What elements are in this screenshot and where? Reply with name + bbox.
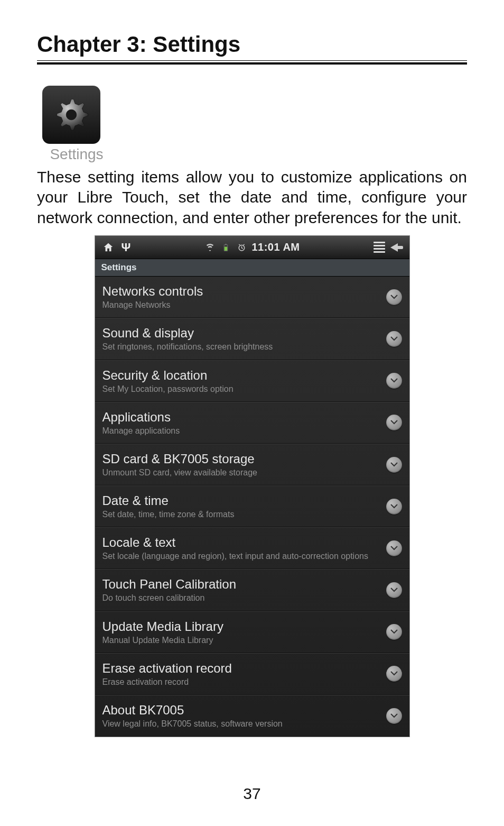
divider-thick [37, 62, 467, 65]
list-item-applications[interactable]: Applications Manage applications [95, 402, 409, 444]
list-item-date-time[interactable]: Date & time Set date, time, time zone & … [95, 485, 409, 527]
list-item-erase-activation[interactable]: Erase activation record Erase activation… [95, 653, 409, 695]
settings-app-icon-block: Settings [37, 86, 116, 163]
gear-icon [53, 96, 90, 133]
item-title: SD card & BK7005 storage [102, 452, 381, 466]
chevron-down-icon [386, 666, 402, 682]
screen-header: Settings [95, 259, 409, 277]
item-subtitle: Do touch screen calibration [102, 593, 381, 603]
item-subtitle: Set date, time, time zone & formats [102, 509, 381, 519]
item-subtitle: Unmount SD card, view available storage [102, 467, 381, 478]
chevron-down-icon [386, 708, 402, 724]
item-title: Security & location [102, 368, 381, 383]
chevron-down-icon [386, 624, 402, 640]
item-title: Networks controls [102, 284, 381, 299]
list-item-touch-calibration[interactable]: Touch Panel Calibration Do touch screen … [95, 569, 409, 611]
page-number: 37 [37, 785, 467, 803]
list-item-sound-display[interactable]: Sound & display Set ringtones, notificat… [95, 318, 409, 360]
list-item-security-location[interactable]: Security & location Set My Location, pas… [95, 360, 409, 402]
divider-thin [37, 60, 467, 61]
chapter-title: Chapter 3: Settings [37, 32, 467, 57]
item-title: Locale & text [102, 535, 381, 550]
wifi-icon [204, 242, 216, 253]
item-title: Date & time [102, 493, 381, 508]
item-title: Touch Panel Calibration [102, 577, 381, 592]
chevron-down-icon [386, 331, 402, 347]
item-subtitle: Manage Networks [102, 300, 381, 310]
item-title: Applications [102, 410, 381, 425]
chevron-down-icon [386, 289, 402, 305]
item-subtitle: Manage applications [102, 426, 381, 436]
android-screenshot: Ψ 11:01 AM Settings [95, 235, 410, 737]
chevron-down-icon [386, 373, 402, 389]
back-icon[interactable] [390, 242, 404, 253]
status-clock-time: 11:01 AM [251, 241, 300, 253]
list-item-networks[interactable]: Networks controls Manage Networks [95, 277, 409, 318]
item-subtitle: Set My Location, passwords option [102, 384, 381, 394]
list-item-sd-storage[interactable]: SD card & BK7005 storage Unmount SD card… [95, 444, 409, 485]
settings-gear-tile [42, 86, 100, 144]
list-item-about[interactable]: About BK7005 View legal info, BK7005 sta… [95, 695, 409, 737]
svg-rect-2 [225, 246, 227, 250]
list-item-locale-text[interactable]: Locale & text Set locale (language and r… [95, 527, 409, 569]
alarm-icon [236, 242, 247, 253]
settings-list: Networks controls Manage Networks Sound … [95, 277, 409, 737]
item-title: About BK7005 [102, 703, 381, 718]
item-title: Sound & display [102, 326, 381, 341]
item-subtitle: Manual Update Media Library [102, 635, 381, 645]
chevron-down-icon [386, 499, 402, 515]
item-subtitle: Erase activation record [102, 677, 381, 687]
item-title: Update Media Library [102, 619, 381, 634]
chevron-down-icon [386, 415, 402, 430]
intro-paragraph: These setting items allow you to customi… [37, 167, 467, 228]
battery-icon [220, 242, 231, 253]
item-subtitle: Set ringtones, notifications, screen bri… [102, 342, 381, 352]
status-bar: Ψ 11:01 AM [95, 236, 409, 259]
svg-point-0 [66, 109, 77, 120]
chevron-down-icon [386, 540, 402, 556]
usb-debug-icon: Ψ [122, 241, 131, 254]
item-subtitle: Set locale (language and region), text i… [102, 551, 381, 561]
home-icon[interactable] [99, 238, 117, 256]
list-item-update-media[interactable]: Update Media Library Manual Update Media… [95, 611, 409, 653]
chevron-down-icon [386, 582, 402, 598]
chevron-down-icon [386, 457, 402, 473]
svg-rect-3 [225, 244, 227, 244]
item-subtitle: View legal info, BK7005 status, software… [102, 719, 381, 729]
item-title: Erase activation record [102, 661, 381, 676]
settings-icon-caption: Settings [37, 146, 116, 163]
menu-icon[interactable] [374, 242, 385, 253]
